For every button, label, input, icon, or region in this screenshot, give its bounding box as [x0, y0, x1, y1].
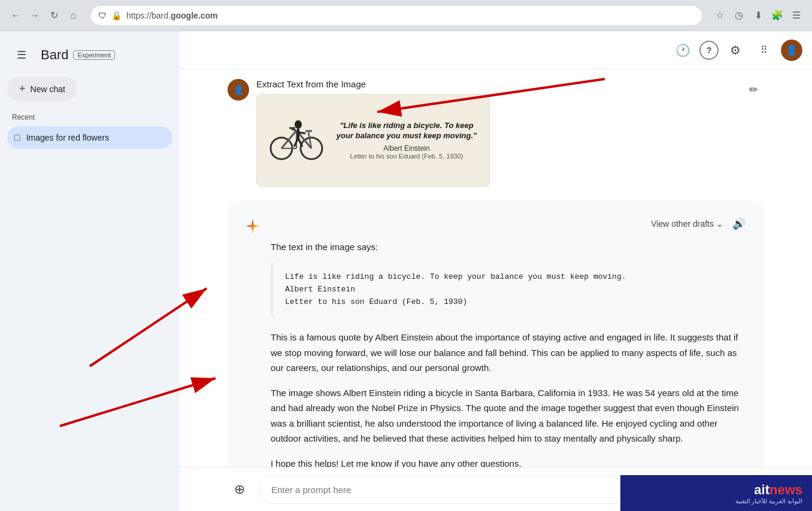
watermark-inner: aitnews البوابة العربية للأخبار التقنية [735, 482, 802, 504]
history-button[interactable]: 🕐 [671, 38, 695, 62]
quote-section: "Life is like riding a bicycle. To keep … [334, 121, 480, 160]
speaker-button[interactable]: 🔊 [728, 213, 750, 235]
more-button[interactable]: ☰ [788, 7, 805, 24]
user-message-content: Extract Text from the Image [256, 79, 735, 187]
chat-area[interactable]: 👤 Extract Text from the Image [180, 69, 812, 467]
browser-nav-buttons: ← → ↻ ⌂ [7, 7, 81, 24]
address-bar[interactable]: 🛡 🔒 https://bard.google.com [91, 6, 702, 25]
hamburger-button[interactable]: ☰ [10, 43, 34, 67]
user-avatar: 👤 [228, 79, 249, 101]
bard-response-inner: View other drafts ⌄ 🔊 The text in the im… [242, 213, 750, 467]
bike-image [266, 115, 326, 166]
watermark-brand: aitnews [735, 482, 802, 498]
plus-icon: + [19, 83, 26, 95]
app-container: ☰ Bard Experiment + New chat Recent □ Im… [0, 31, 812, 511]
browser-actions: ☆ ◷ ⬇ 🧩 ☰ [711, 7, 805, 24]
code-line-3: Letter to his son Eduard (Feb. 5, 1930) [285, 296, 738, 309]
user-prompt-text: Extract Text from the Image [256, 79, 735, 89]
response-intro: The text in the image says: [271, 242, 750, 252]
response-paragraph-3: I hope this helps! Let me know if you ha… [271, 456, 750, 467]
settings-button[interactable]: ⚙ [723, 38, 747, 62]
refresh-button[interactable]: ↻ [46, 7, 62, 24]
browser-chrome: ← → ↻ ⌂ 🛡 🔒 https://bard.google.com ☆ ◷ … [0, 0, 812, 31]
experiment-badge: Experiment [73, 50, 115, 60]
watermark: aitnews البوابة العربية للأخبار التقنية [620, 475, 812, 511]
app-logo: Bard Experiment [41, 47, 115, 63]
response-paragraph-2: The image shows Albert Einstein riding a… [271, 385, 750, 446]
view-drafts-button[interactable]: View other drafts ⌄ [646, 217, 728, 231]
main-content: 🕐 ? ⚙ ⠿ 👤 👤 Extract Text from the Image [180, 31, 812, 511]
lock-icon: 🔒 [111, 11, 122, 20]
svg-point-10 [295, 120, 302, 129]
download-button[interactable]: ⬇ [750, 7, 766, 24]
forward-button[interactable]: → [26, 7, 43, 24]
new-chat-button[interactable]: + New chat [7, 77, 77, 101]
bard-response: View other drafts ⌄ 🔊 The text in the im… [228, 201, 764, 467]
user-message: 👤 Extract Text from the Image [228, 79, 764, 187]
avatar-image: 👤 [781, 39, 802, 61]
back-button[interactable]: ← [7, 7, 24, 24]
url-display: https://bard.google.com [126, 11, 218, 20]
image-author-text: Albert Einstein [334, 144, 480, 153]
recent-item-label: Images for red flowers [26, 133, 110, 142]
view-drafts-label: View other drafts [651, 219, 714, 229]
code-block: Life is like riding a bicycle. To keep y… [271, 261, 750, 318]
response-paragraph-1: This is a famous quote by Albert Einstei… [271, 330, 750, 376]
apps-button[interactable]: ⠿ [752, 38, 776, 62]
shield-icon: 🛡 [98, 11, 107, 20]
sidebar: ☰ Bard Experiment + New chat Recent □ Im… [0, 31, 180, 511]
app-name: Bard [41, 47, 68, 63]
bard-icon [242, 215, 263, 237]
chevron-down-icon: ⌄ [716, 219, 723, 229]
recent-section: Recent □ Images for red flowers [0, 111, 180, 149]
pocket-button[interactable]: ◷ [731, 7, 747, 24]
bard-response-header: View other drafts ⌄ 🔊 [271, 213, 750, 235]
svg-marker-15 [246, 219, 260, 233]
avatar[interactable]: 👤 [781, 39, 802, 61]
help-button[interactable]: ? [699, 41, 719, 60]
image-context-text: Letter to his son Eduard (Feb. 5, 1930) [334, 153, 480, 160]
top-bar: 🕐 ? ⚙ ⠿ 👤 [180, 31, 812, 69]
sidebar-header: ☰ Bard Experiment [0, 38, 180, 77]
add-attachment-button[interactable]: ⊕ [228, 477, 252, 501]
svg-line-8 [292, 129, 296, 130]
extensions-button[interactable]: 🧩 [769, 7, 786, 24]
watermark-subtitle: البوابة العربية للأخبار التقنية [735, 498, 802, 504]
recent-label: Recent [7, 111, 172, 126]
home-button[interactable]: ⌂ [65, 7, 81, 24]
code-line-1: Life is like riding a bicycle. To keep y… [285, 271, 738, 284]
recent-item-images[interactable]: □ Images for red flowers [7, 126, 172, 149]
svg-line-12 [298, 132, 305, 133]
edit-button[interactable]: ✏ [743, 79, 764, 101]
bookmark-button[interactable]: ☆ [711, 7, 728, 24]
new-chat-label: New chat [31, 84, 65, 94]
image-quote-text: "Life is like riding a bicycle. To keep … [334, 121, 480, 141]
bard-response-content: View other drafts ⌄ 🔊 The text in the im… [271, 213, 750, 467]
chat-icon: □ [14, 132, 20, 143]
uploaded-image: "Life is like riding a bicycle. To keep … [256, 94, 490, 187]
code-line-2: Albert Einstein [285, 284, 738, 296]
